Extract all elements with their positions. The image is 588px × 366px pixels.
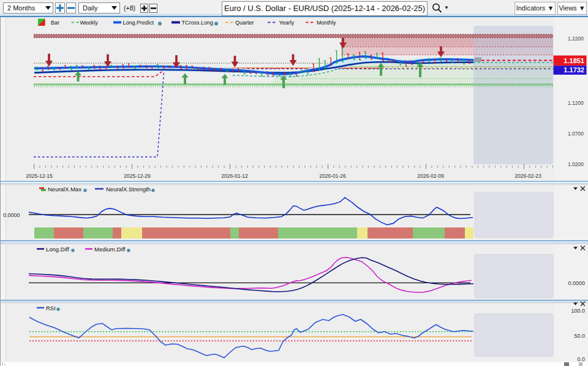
svg-text:0.0000: 0.0000 [568,280,585,286]
svg-text:Bar: Bar [51,20,59,26]
svg-text:RSI: RSI [46,305,56,311]
svg-text:Yearly: Yearly [279,20,295,26]
svg-text:0.0: 0.0 [577,356,585,362]
svg-text:2025-12-15: 2025-12-15 [26,173,53,179]
svg-text:2026-02-09: 2026-02-09 [417,173,444,179]
svg-text:1.1851: 1.1851 [564,57,584,64]
svg-text:2026-02-23: 2026-02-23 [514,173,541,179]
svg-text:Weekly: Weekly [80,20,99,26]
svg-text:Monthly: Monthly [317,20,336,26]
svg-text:1.0200: 1.0200 [568,161,584,167]
svg-text:Long.Diff: Long.Diff [46,246,69,253]
svg-text:100.0: 100.0 [571,308,585,314]
svg-text:50.0: 50.0 [574,333,585,339]
svg-text:0.0000: 0.0000 [3,212,20,218]
svg-text:1.2200: 1.2200 [568,36,584,42]
svg-text:Long.Predict: Long.Predict [123,20,154,26]
svg-text:Quarter: Quarter [235,20,254,26]
svg-text:NeuralX.Max: NeuralX.Max [48,186,81,193]
svg-text:1.1200: 1.1200 [568,100,584,106]
svg-text:2026-01-26: 2026-01-26 [319,173,346,179]
svg-text:2025-12-29: 2025-12-29 [124,173,151,179]
svg-text:Medium.Diff: Medium.Diff [94,246,126,253]
svg-text:1.1732: 1.1732 [564,66,584,74]
svg-text:NeuralX.Strength: NeuralX.Strength [106,186,151,193]
svg-text:1.0700: 1.0700 [568,131,584,137]
svg-text:2026-01-12: 2026-01-12 [221,173,248,179]
svg-text:TCross.Long: TCross.Long [182,20,214,26]
